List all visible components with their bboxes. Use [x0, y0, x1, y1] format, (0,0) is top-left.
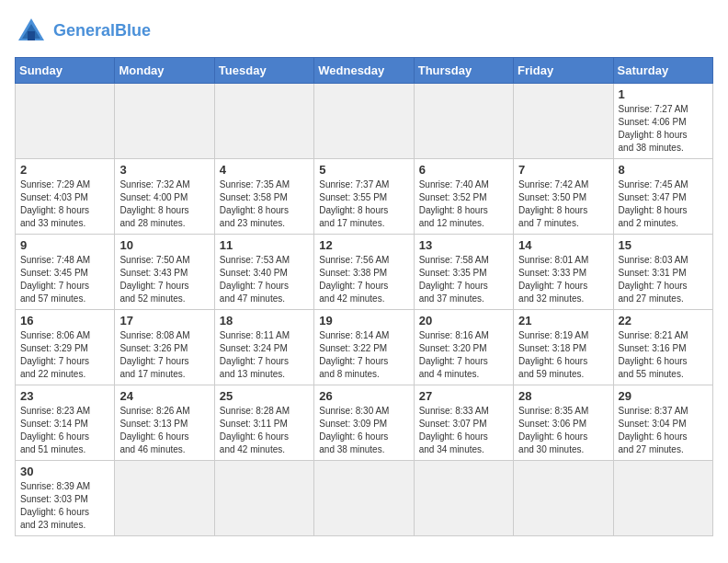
day-header-saturday: Saturday [613, 58, 712, 84]
day-info: Sunrise: 7:53 AM Sunset: 3:40 PM Dayligh… [220, 254, 309, 305]
day-number: 6 [419, 163, 508, 177]
day-number: 24 [119, 389, 209, 403]
calendar-cell [115, 461, 214, 536]
day-info: Sunrise: 8:03 AM Sunset: 3:31 PM Dayligh… [619, 254, 708, 305]
calendar-cell: 5Sunrise: 7:37 AM Sunset: 3:55 PM Daylig… [314, 159, 414, 235]
page-header: GeneralBlue [15, 15, 713, 48]
day-number: 15 [619, 238, 708, 252]
logo-text: GeneralBlue [53, 22, 151, 40]
logo-icon [15, 15, 48, 48]
day-number: 23 [20, 389, 109, 403]
calendar-week-5: 23Sunrise: 8:23 AM Sunset: 3:14 PM Dayli… [16, 385, 713, 461]
calendar-cell: 30Sunrise: 8:39 AM Sunset: 3:03 PM Dayli… [16, 461, 115, 536]
calendar-cell: 18Sunrise: 8:11 AM Sunset: 3:24 PM Dayli… [214, 310, 313, 385]
calendar-cell: 3Sunrise: 7:32 AM Sunset: 4:00 PM Daylig… [115, 159, 214, 235]
day-header-wednesday: Wednesday [314, 58, 414, 84]
calendar-cell [16, 84, 115, 159]
calendar-cell: 28Sunrise: 8:35 AM Sunset: 3:06 PM Dayli… [514, 385, 613, 461]
day-info: Sunrise: 7:29 AM Sunset: 4:03 PM Dayligh… [20, 178, 109, 230]
calendar-cell: 27Sunrise: 8:33 AM Sunset: 3:07 PM Dayli… [414, 385, 513, 461]
calendar-cell: 15Sunrise: 8:03 AM Sunset: 3:31 PM Dayli… [613, 235, 712, 310]
day-header-sunday: Sunday [16, 58, 115, 84]
calendar-cell [514, 461, 613, 536]
day-info: Sunrise: 7:48 AM Sunset: 3:45 PM Dayligh… [20, 254, 109, 305]
calendar-week-6: 30Sunrise: 8:39 AM Sunset: 3:03 PM Dayli… [16, 461, 713, 536]
day-header-friday: Friday [514, 58, 613, 84]
calendar-cell [314, 461, 414, 536]
day-info: Sunrise: 7:42 AM Sunset: 3:50 PM Dayligh… [518, 178, 608, 230]
day-number: 18 [220, 314, 309, 327]
logo-blue: Blue [115, 21, 151, 40]
day-info: Sunrise: 7:32 AM Sunset: 4:00 PM Dayligh… [119, 178, 209, 230]
day-number: 17 [119, 314, 209, 327]
calendar-cell: 1Sunrise: 7:27 AM Sunset: 4:06 PM Daylig… [613, 84, 712, 159]
calendar-cell [414, 461, 513, 536]
day-number: 3 [119, 163, 209, 177]
day-info: Sunrise: 8:23 AM Sunset: 3:14 PM Dayligh… [20, 405, 109, 456]
calendar-cell: 11Sunrise: 7:53 AM Sunset: 3:40 PM Dayli… [214, 235, 313, 310]
day-info: Sunrise: 8:16 AM Sunset: 3:20 PM Dayligh… [419, 329, 508, 381]
day-number: 12 [319, 238, 408, 252]
calendar-week-3: 9Sunrise: 7:48 AM Sunset: 3:45 PM Daylig… [16, 235, 713, 310]
calendar-cell: 4Sunrise: 7:35 AM Sunset: 3:58 PM Daylig… [214, 159, 313, 235]
calendar-cell [414, 84, 513, 159]
day-info: Sunrise: 7:35 AM Sunset: 3:58 PM Dayligh… [220, 178, 309, 230]
calendar-cell: 9Sunrise: 7:48 AM Sunset: 3:45 PM Daylig… [16, 235, 115, 310]
day-info: Sunrise: 8:39 AM Sunset: 3:03 PM Dayligh… [20, 480, 109, 532]
calendar-cell [314, 84, 414, 159]
calendar-cell: 19Sunrise: 8:14 AM Sunset: 3:22 PM Dayli… [314, 310, 414, 385]
calendar-week-2: 2Sunrise: 7:29 AM Sunset: 4:03 PM Daylig… [16, 159, 713, 235]
calendar-cell: 26Sunrise: 8:30 AM Sunset: 3:09 PM Dayli… [314, 385, 414, 461]
day-info: Sunrise: 7:56 AM Sunset: 3:38 PM Dayligh… [319, 254, 408, 305]
calendar-week-4: 16Sunrise: 8:06 AM Sunset: 3:29 PM Dayli… [16, 310, 713, 385]
calendar-cell: 24Sunrise: 8:26 AM Sunset: 3:13 PM Dayli… [115, 385, 214, 461]
calendar-cell: 20Sunrise: 8:16 AM Sunset: 3:20 PM Dayli… [414, 310, 513, 385]
day-number: 16 [20, 314, 109, 327]
calendar-cell [115, 84, 214, 159]
calendar-cell: 14Sunrise: 8:01 AM Sunset: 3:33 PM Dayli… [514, 235, 613, 310]
day-number: 8 [619, 163, 708, 177]
day-info: Sunrise: 8:35 AM Sunset: 3:06 PM Dayligh… [518, 405, 608, 456]
day-info: Sunrise: 8:06 AM Sunset: 3:29 PM Dayligh… [20, 329, 109, 381]
calendar-cell: 8Sunrise: 7:45 AM Sunset: 3:47 PM Daylig… [613, 159, 712, 235]
calendar-cell: 7Sunrise: 7:42 AM Sunset: 3:50 PM Daylig… [514, 159, 613, 235]
day-number: 13 [419, 238, 508, 252]
day-info: Sunrise: 7:50 AM Sunset: 3:43 PM Dayligh… [119, 254, 209, 305]
day-info: Sunrise: 7:40 AM Sunset: 3:52 PM Dayligh… [419, 178, 508, 230]
day-number: 11 [220, 238, 309, 252]
calendar-cell: 6Sunrise: 7:40 AM Sunset: 3:52 PM Daylig… [414, 159, 513, 235]
svg-rect-2 [28, 31, 35, 40]
day-info: Sunrise: 8:08 AM Sunset: 3:26 PM Dayligh… [119, 329, 209, 381]
day-number: 4 [220, 163, 309, 177]
calendar-header-row: SundayMondayTuesdayWednesdayThursdayFrid… [16, 58, 713, 84]
day-info: Sunrise: 7:58 AM Sunset: 3:35 PM Dayligh… [419, 254, 508, 305]
day-info: Sunrise: 8:21 AM Sunset: 3:16 PM Dayligh… [619, 329, 708, 381]
day-number: 2 [20, 163, 109, 177]
day-info: Sunrise: 7:45 AM Sunset: 3:47 PM Dayligh… [619, 178, 708, 230]
calendar-cell [214, 84, 313, 159]
day-number: 7 [518, 163, 608, 177]
calendar-cell [613, 461, 712, 536]
day-info: Sunrise: 8:28 AM Sunset: 3:11 PM Dayligh… [220, 405, 309, 456]
day-number: 5 [319, 163, 408, 177]
calendar-cell: 23Sunrise: 8:23 AM Sunset: 3:14 PM Dayli… [16, 385, 115, 461]
day-info: Sunrise: 8:19 AM Sunset: 3:18 PM Dayligh… [518, 329, 608, 381]
day-header-thursday: Thursday [414, 58, 513, 84]
day-number: 10 [119, 238, 209, 252]
calendar-week-1: 1Sunrise: 7:27 AM Sunset: 4:06 PM Daylig… [16, 84, 713, 159]
day-number: 19 [319, 314, 408, 327]
calendar-cell: 29Sunrise: 8:37 AM Sunset: 3:04 PM Dayli… [613, 385, 712, 461]
day-info: Sunrise: 8:11 AM Sunset: 3:24 PM Dayligh… [220, 329, 309, 381]
day-header-monday: Monday [115, 58, 214, 84]
calendar-cell [514, 84, 613, 159]
day-number: 20 [419, 314, 508, 327]
day-number: 28 [518, 389, 608, 403]
day-info: Sunrise: 8:37 AM Sunset: 3:04 PM Dayligh… [619, 405, 708, 456]
calendar-cell: 17Sunrise: 8:08 AM Sunset: 3:26 PM Dayli… [115, 310, 214, 385]
day-number: 14 [518, 238, 608, 252]
day-number: 9 [20, 238, 109, 252]
calendar-cell: 12Sunrise: 7:56 AM Sunset: 3:38 PM Dayli… [314, 235, 414, 310]
calendar-cell: 22Sunrise: 8:21 AM Sunset: 3:16 PM Dayli… [613, 310, 712, 385]
calendar-cell: 21Sunrise: 8:19 AM Sunset: 3:18 PM Dayli… [514, 310, 613, 385]
day-number: 29 [619, 389, 708, 403]
